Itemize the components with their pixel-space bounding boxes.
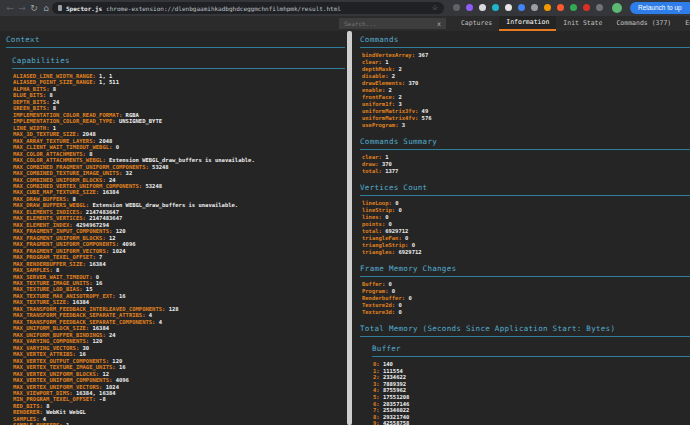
forward-icon[interactable]: → [16, 0, 28, 16]
capabilities-title: Capabilities [12, 56, 345, 69]
view-tab[interactable]: End [678, 16, 690, 31]
view-tab[interactable]: Commands (377) [609, 16, 678, 31]
buffer-title: Buffer [372, 344, 690, 357]
command-row: disable: 2 [362, 73, 690, 80]
summary-row: total: 1377 [362, 168, 690, 175]
buffer-row: 4: 8755962 [373, 387, 690, 394]
vertices-row: total: 6929712 [362, 228, 690, 235]
total-memory-title: Total Memory (Seconds Since Application … [360, 324, 690, 337]
view-tab[interactable]: Captures [454, 16, 499, 31]
command-row: useProgram: 3 [362, 122, 690, 129]
frame-memory-list: Buffer: 0Program: 0Renderbuffer: 0Textur… [362, 281, 690, 316]
url-text: chrome-extension://dlenbgaamihkadbghdceg… [106, 5, 428, 12]
vertices-row: triangles: 6929712 [362, 249, 690, 256]
vertices-count-list: lineLoop: 0lineStrip: 0lines: 0points: 0… [362, 200, 690, 256]
view-tab[interactable]: Information [499, 16, 556, 31]
extension-icon[interactable] [453, 4, 460, 11]
extension-icon[interactable] [544, 4, 551, 11]
extension-icon[interactable] [531, 4, 538, 11]
extension-icon[interactable] [466, 4, 473, 11]
context-panel: Context Capabilities ALIASED_LINE_WIDTH_… [0, 31, 347, 425]
commands-summary-title: Commands Summary [360, 137, 690, 150]
buffer-row: 1: 111554 [373, 368, 690, 375]
frame-memory-row: Renderbuffer: 0 [362, 295, 690, 302]
relaunch-button[interactable]: Relaunch to up [630, 2, 690, 14]
vertices-row: lineStrip: 0 [362, 207, 690, 214]
frame-memory-row: Buffer: 0 [362, 281, 690, 288]
spector-result-window: ← → ↻ ⌂ Spector.js chrome-extension://dl… [0, 0, 690, 425]
content-area: Context Capabilities ALIASED_LINE_WIDTH_… [0, 31, 690, 425]
vertices-row: points: 0 [362, 221, 690, 228]
frame-memory-row: Texture2d: 0 [362, 302, 690, 309]
document-icon [58, 5, 62, 11]
scrollbar-thumb[interactable] [347, 31, 352, 425]
commands-title: Commands [360, 35, 690, 48]
buffer-row: 7: 25346022 [373, 407, 690, 414]
view-tabs: CapturesInformationInit StateCommands (3… [454, 16, 690, 31]
extension-icon[interactable] [505, 4, 512, 11]
buffer-row: 3: 7889392 [373, 381, 690, 388]
extension-icon[interactable] [570, 4, 577, 11]
reload-icon[interactable]: ↻ [28, 0, 40, 16]
vertices-row: lines: 0 [362, 214, 690, 221]
back-icon[interactable]: ← [4, 0, 16, 16]
buffer-row: 5: 17551208 [373, 394, 690, 401]
left-panel-scrollbar[interactable] [347, 31, 352, 425]
summary-row: clear: 1 [362, 154, 690, 161]
buffer-row: 8: 29321740 [373, 414, 690, 421]
extension-icon[interactable] [583, 4, 590, 11]
extension-name-chip: Spector.js [66, 5, 102, 12]
summary-row: draw: 370 [362, 161, 690, 168]
address-bar[interactable]: Spector.js chrome-extension://dlenbgaami… [52, 2, 444, 14]
buffer-totals-list: 0: 1401: 1115542: 23346223: 78893924: 87… [373, 361, 690, 425]
extension-icon[interactable] [557, 4, 564, 11]
vertices-row: triangleFan: 0 [362, 235, 690, 242]
command-row: uniformMatrix4fv: 576 [362, 115, 690, 122]
command-row: enable: 2 [362, 87, 690, 94]
extensions-row [453, 4, 603, 11]
extension-icon[interactable] [596, 4, 603, 11]
buffer-row: 2: 2334622 [373, 374, 690, 381]
extension-icon[interactable] [479, 4, 486, 11]
commands-list: bindVertexArray: 367clear: 1depthMask: 2… [362, 52, 690, 129]
vertices-row: lineLoop: 0 [362, 200, 690, 207]
browser-toolbar: ← → ↻ ⌂ Spector.js chrome-extension://dl… [0, 0, 690, 16]
context-title: Context [6, 35, 345, 48]
command-row: bindVertexArray: 367 [362, 52, 690, 59]
command-row: depthMask: 2 [362, 66, 690, 73]
search-box[interactable]: x [339, 18, 446, 29]
command-row: uniform1f: 3 [362, 101, 690, 108]
extension-icon[interactable] [492, 4, 499, 11]
capabilities-list: ALIASED_LINE_WIDTH_RANGE: 1, 1ALIASED_PO… [13, 73, 345, 425]
command-row: clear: 1 [362, 59, 690, 66]
buffer-row: 9: 42558758 [373, 420, 690, 425]
view-tab[interactable]: Init State [556, 16, 609, 31]
frame-memory-row: Texture3d: 0 [362, 309, 690, 316]
extension-icon[interactable] [518, 4, 525, 11]
buffer-row: 6: 20357146 [373, 401, 690, 408]
vertices-row: triangleStrip: 0 [362, 242, 690, 249]
command-row: drawElements: 370 [362, 80, 690, 87]
home-icon[interactable]: ⌂ [40, 0, 52, 16]
command-row: uniformMatrix3fv: 49 [362, 108, 690, 115]
frame-memory-title: Frame Memory Changes [360, 264, 690, 277]
buffer-row: 0: 140 [373, 361, 690, 368]
search-input[interactable] [344, 20, 437, 27]
spector-toolbar: x CapturesInformationInit StateCommands … [0, 16, 690, 31]
vertices-count-title: Vertices Count [360, 183, 690, 196]
command-row: frontFace: 2 [362, 94, 690, 101]
bookmark-star-icon[interactable]: ☆ [432, 4, 438, 12]
profile-avatar[interactable] [612, 3, 622, 13]
clear-search-icon[interactable]: x [437, 20, 441, 28]
commands-summary-list: clear: 1draw: 370total: 1377 [362, 154, 690, 175]
frame-memory-row: Program: 0 [362, 288, 690, 295]
information-panel: Commands bindVertexArray: 367clear: 1dep… [352, 31, 690, 425]
